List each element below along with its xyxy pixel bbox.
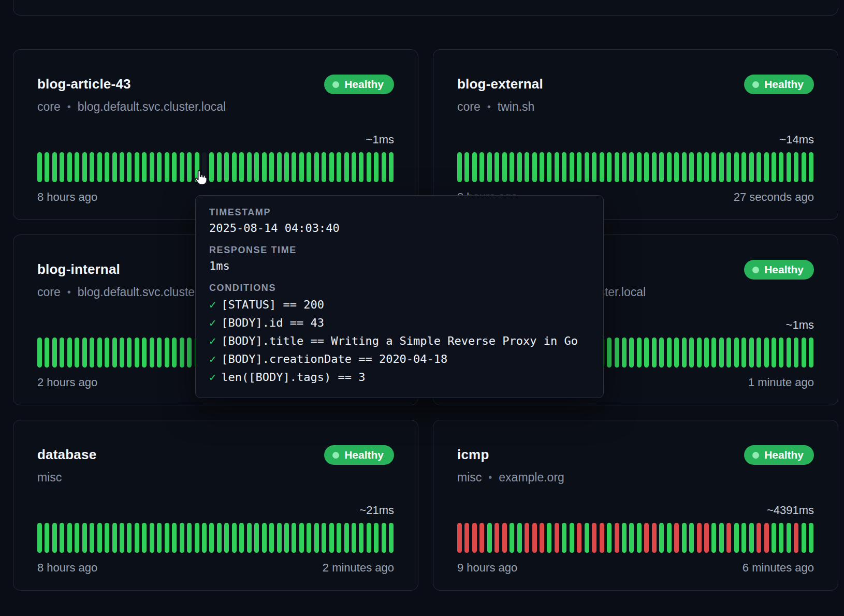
uptime-bar[interactable] xyxy=(667,523,672,553)
uptime-bar[interactable] xyxy=(570,152,574,182)
uptime-bar[interactable] xyxy=(540,523,544,553)
uptime-bar[interactable] xyxy=(374,523,379,553)
uptime-bar[interactable] xyxy=(337,523,341,553)
uptime-bar[interactable] xyxy=(344,523,349,553)
uptime-bar[interactable] xyxy=(494,523,499,553)
uptime-bar[interactable] xyxy=(172,152,177,182)
uptime-bar[interactable] xyxy=(607,523,612,553)
uptime-bar[interactable] xyxy=(299,523,304,553)
uptime-bar[interactable] xyxy=(585,523,589,553)
uptime-bar[interactable] xyxy=(157,523,162,553)
uptime-bar[interactable] xyxy=(711,152,716,182)
uptime-bar[interactable] xyxy=(262,152,267,182)
uptime-bar[interactable] xyxy=(525,523,529,553)
uptime-bar[interactable] xyxy=(150,152,154,182)
uptime-bar[interactable] xyxy=(726,338,731,368)
uptime-bar[interactable] xyxy=(262,523,267,553)
uptime-bar[interactable] xyxy=(232,523,237,553)
uptime-bar[interactable] xyxy=(187,523,192,553)
uptime-bar[interactable] xyxy=(749,338,754,368)
endpoint-card[interactable]: icmp Healthy misc • example.org ~4391ms … xyxy=(433,420,838,591)
uptime-bar[interactable] xyxy=(359,152,363,182)
endpoint-card[interactable]: blog-external Healthy core • twin.sh ~14… xyxy=(433,49,838,220)
uptime-bar[interactable] xyxy=(52,338,57,368)
uptime-bar[interactable] xyxy=(764,338,769,368)
uptime-bar[interactable] xyxy=(389,152,394,182)
uptime-bar[interactable] xyxy=(652,338,657,368)
uptime-bar[interactable] xyxy=(254,152,259,182)
uptime-bar[interactable] xyxy=(697,152,702,182)
uptime-bar[interactable] xyxy=(659,338,664,368)
uptime-bar[interactable] xyxy=(704,152,709,182)
uptime-bar[interactable] xyxy=(90,338,94,368)
uptime-bar[interactable] xyxy=(741,338,746,368)
uptime-bar[interactable] xyxy=(726,523,731,553)
uptime-bar[interactable] xyxy=(52,152,57,182)
uptime-bar[interactable] xyxy=(719,338,724,368)
uptime-bar[interactable] xyxy=(382,152,386,182)
uptime-bar[interactable] xyxy=(674,523,679,553)
uptime-bar[interactable] xyxy=(142,152,147,182)
uptime-bar[interactable] xyxy=(457,523,462,553)
uptime-bar[interactable] xyxy=(127,152,132,182)
uptime-bar[interactable] xyxy=(532,523,537,553)
uptime-bar[interactable] xyxy=(726,152,731,182)
uptime-bar[interactable] xyxy=(682,152,687,182)
partial-card-above[interactable] xyxy=(13,0,838,16)
uptime-bar[interactable] xyxy=(637,338,642,368)
uptime-bar[interactable] xyxy=(97,523,102,553)
uptime-bar[interactable] xyxy=(600,523,604,553)
uptime-bar[interactable] xyxy=(457,152,462,182)
uptime-bar[interactable] xyxy=(97,152,102,182)
uptime-bar[interactable] xyxy=(150,338,154,368)
uptime-bar[interactable] xyxy=(97,338,102,368)
uptime-bar[interactable] xyxy=(195,523,199,553)
uptime-bar[interactable] xyxy=(45,338,49,368)
uptime-bar[interactable] xyxy=(254,523,259,553)
uptime-bar[interactable] xyxy=(142,523,147,553)
uptime-bar[interactable] xyxy=(704,523,709,553)
uptime-bar[interactable] xyxy=(622,338,627,368)
uptime-bar[interactable] xyxy=(45,523,49,553)
uptime-bar[interactable] xyxy=(472,523,477,553)
uptime-bar[interactable] xyxy=(562,152,566,182)
uptime-bar[interactable] xyxy=(629,152,634,182)
uptime-bar[interactable] xyxy=(120,523,124,553)
uptime-bar[interactable] xyxy=(165,152,169,182)
uptime-bar[interactable] xyxy=(307,152,311,182)
uptime-bar[interactable] xyxy=(60,338,64,368)
uptime-bar[interactable] xyxy=(510,523,514,553)
uptime-bar[interactable] xyxy=(202,523,207,553)
endpoint-card[interactable]: database Healthy misc ~21ms 8 hours ago … xyxy=(13,420,418,591)
uptime-bar[interactable] xyxy=(359,523,363,553)
uptime-bar[interactable] xyxy=(794,338,798,368)
uptime-bar[interactable] xyxy=(120,338,124,368)
uptime-bar[interactable] xyxy=(187,152,192,182)
uptime-bar[interactable] xyxy=(734,338,739,368)
uptime-bar[interactable] xyxy=(195,152,199,182)
uptime-bar[interactable] xyxy=(502,523,507,553)
uptime-bar[interactable] xyxy=(165,523,169,553)
uptime-bar[interactable] xyxy=(607,338,612,368)
uptime-bar[interactable] xyxy=(487,523,492,553)
uptime-bar[interactable] xyxy=(322,152,326,182)
uptime-bar[interactable] xyxy=(202,152,207,182)
uptime-bar[interactable] xyxy=(622,523,627,553)
uptime-bar[interactable] xyxy=(127,338,132,368)
uptime-bar[interactable] xyxy=(464,523,469,553)
uptime-bar[interactable] xyxy=(299,152,304,182)
uptime-bar[interactable] xyxy=(577,523,581,553)
uptime-bar[interactable] xyxy=(787,523,791,553)
uptime-bar[interactable] xyxy=(711,523,716,553)
uptime-bar[interactable] xyxy=(749,152,754,182)
uptime-bar[interactable] xyxy=(689,338,694,368)
uptime-bar[interactable] xyxy=(45,152,49,182)
uptime-bar[interactable] xyxy=(82,152,87,182)
uptime-bar[interactable] xyxy=(479,152,484,182)
uptime-bar[interactable] xyxy=(772,152,776,182)
uptime-bar[interactable] xyxy=(667,338,672,368)
uptime-bar[interactable] xyxy=(802,523,806,553)
uptime-bar[interactable] xyxy=(120,152,124,182)
uptime-bar[interactable] xyxy=(802,338,806,368)
uptime-bar[interactable] xyxy=(637,152,642,182)
